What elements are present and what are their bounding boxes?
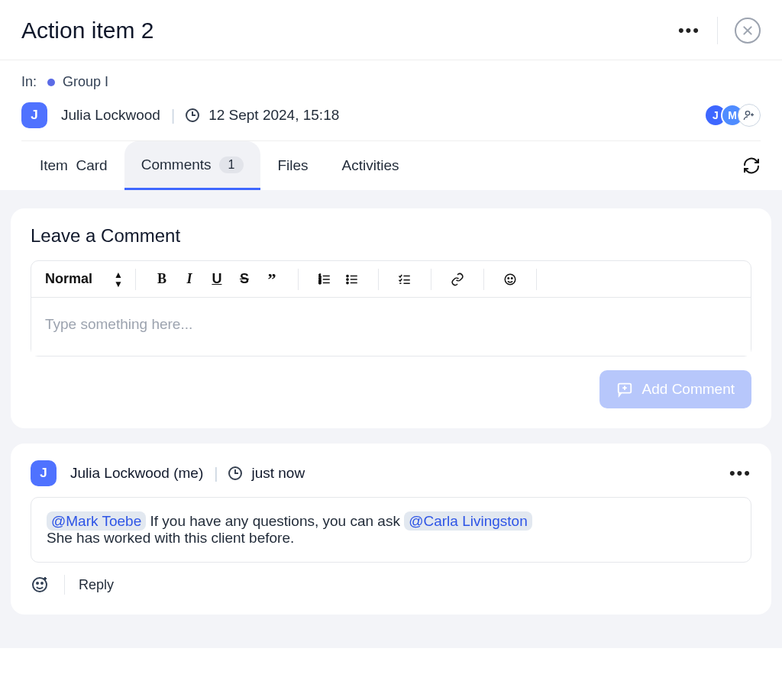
add-comment-label: Add Comment — [642, 381, 735, 398]
leave-comment-heading: Leave a Comment — [31, 225, 751, 247]
svg-point-14 — [347, 275, 348, 276]
mention[interactable]: @Carla Livingston — [404, 511, 532, 531]
editor-toolbar: Normal ▲▼ B I U S ” 123 — [31, 261, 751, 298]
comment-card: J Julia Lockwood (me) | just now ••• @Ma… — [11, 444, 771, 615]
comment-body: @Mark Toebe If you have any questions, y… — [31, 497, 751, 563]
comment-author-avatar[interactable]: J — [31, 460, 57, 486]
add-comment-button[interactable]: Add Comment — [599, 370, 751, 408]
divider — [717, 17, 718, 44]
emoji-button[interactable] — [499, 269, 521, 290]
comment-author[interactable]: Julia Lockwood (me) — [70, 465, 203, 482]
unordered-list-button[interactable] — [341, 269, 363, 290]
group-dot-icon — [47, 79, 55, 86]
svg-point-28 — [37, 582, 38, 584]
tab-files[interactable]: Files — [260, 141, 325, 190]
react-button[interactable] — [31, 575, 50, 595]
svg-point-16 — [347, 282, 348, 283]
svg-point-21 — [505, 274, 515, 285]
divider — [378, 269, 379, 290]
link-button[interactable] — [447, 269, 468, 290]
divider — [135, 269, 136, 290]
comment-timestamp: just now — [251, 465, 305, 482]
comment-text: If you have any questions, you can ask — [150, 513, 405, 529]
header-more-button[interactable]: ••• — [678, 21, 700, 40]
author-avatar[interactable]: J — [21, 102, 47, 128]
divider — [431, 269, 431, 290]
comments-count-badge: 1 — [219, 156, 244, 173]
divider: | — [171, 107, 175, 124]
mention[interactable]: @Mark Toebe — [47, 511, 146, 531]
tab-activities[interactable]: Activities — [325, 141, 416, 190]
created-timestamp: 12 Sept 2024, 15:18 — [208, 107, 339, 124]
close-button[interactable] — [735, 18, 761, 44]
format-select[interactable]: Normal ▲▼ — [45, 270, 123, 289]
divider — [536, 269, 537, 290]
divider — [64, 575, 65, 595]
svg-point-2 — [745, 111, 749, 115]
chevron-updown-icon: ▲▼ — [114, 270, 123, 289]
comment-input[interactable] — [31, 298, 751, 356]
breadcrumb-group[interactable]: Group I — [63, 74, 108, 90]
italic-button[interactable]: I — [179, 269, 200, 290]
comment-more-button[interactable]: ••• — [729, 463, 751, 483]
checklist-button[interactable] — [394, 269, 415, 290]
divider — [298, 269, 299, 290]
svg-point-15 — [347, 278, 348, 279]
tab-comments[interactable]: Comments 1 — [124, 141, 261, 190]
quote-button[interactable]: ” — [261, 269, 283, 290]
bold-button[interactable]: B — [151, 269, 173, 290]
reply-button[interactable]: Reply — [79, 577, 114, 593]
author-name[interactable]: Julia Lockwood — [61, 107, 160, 124]
svg-point-29 — [41, 582, 43, 584]
clock-icon — [228, 466, 242, 480]
comment-editor: Normal ▲▼ B I U S ” 123 — [31, 260, 751, 356]
svg-point-23 — [511, 277, 512, 279]
breadcrumb: In: Group I — [21, 74, 761, 90]
underline-button[interactable]: U — [206, 269, 228, 290]
breadcrumb-in-label: In: — [21, 74, 37, 90]
tab-item-card[interactable]: Item Card — [21, 141, 124, 190]
comment-text: She has worked with this client before. — [47, 530, 294, 546]
clock-icon — [186, 108, 199, 122]
refresh-button[interactable] — [742, 156, 761, 175]
format-select-value: Normal — [45, 271, 92, 287]
divider: | — [214, 465, 218, 482]
page-title: Action item 2 — [21, 18, 678, 44]
tab-comments-label: Comments — [141, 156, 212, 173]
strikethrough-button[interactable]: S — [234, 269, 255, 290]
add-participant-button[interactable] — [738, 104, 761, 127]
ordered-list-button[interactable]: 123 — [314, 269, 335, 290]
svg-text:3: 3 — [318, 280, 321, 285]
divider — [483, 269, 484, 290]
participants: J M — [704, 104, 761, 127]
leave-comment-card: Leave a Comment Normal ▲▼ B I U S ” — [11, 208, 771, 428]
svg-point-22 — [508, 277, 509, 279]
